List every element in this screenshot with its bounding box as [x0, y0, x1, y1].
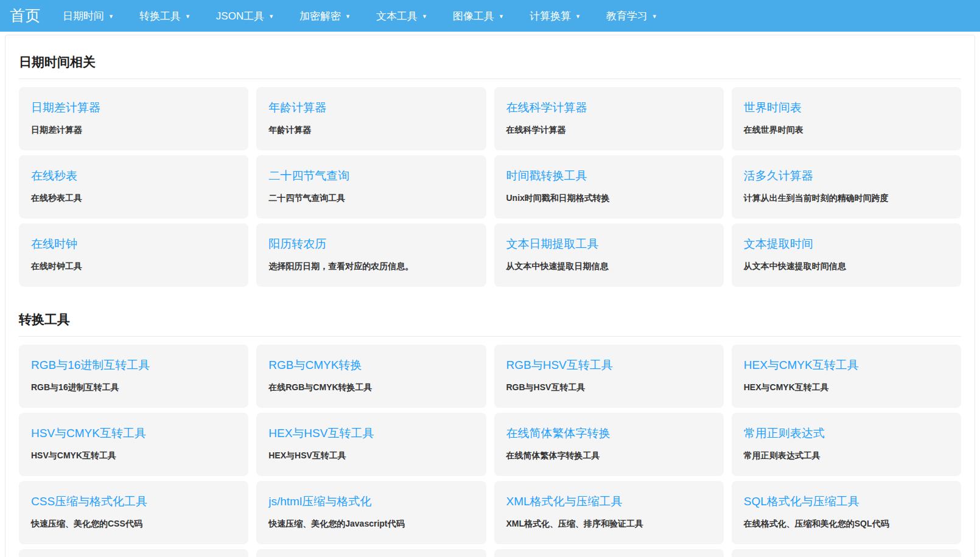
card-grid: 日期差计算器 日期差计算器 年龄计算器 年龄计算器 在线科学计算器 在线科学计算…: [19, 87, 961, 287]
chevron-down-icon: ▼: [499, 13, 504, 19]
tool-card-link[interactable]: 在线简体繁体字转换: [506, 426, 611, 441]
tool-card-link[interactable]: 在线时钟: [31, 236, 77, 252]
tool-card-description: 快速压缩、美化您的CSS代码: [31, 519, 236, 530]
tool-card-link[interactable]: 文本日期提取工具: [506, 236, 599, 252]
chevron-down-icon: ▼: [268, 13, 274, 19]
top-navbar: 首页 日期时间 ▼ 转换工具 ▼ JSON工具 ▼ 加密解密 ▼ 文本工具 ▼ …: [0, 0, 980, 32]
nav-menu-item-1[interactable]: 转换工具 ▼: [127, 9, 203, 23]
tool-card: RGB与16进制互转工具 RGB与16进制互转工具: [19, 345, 248, 408]
tool-card: 活多久计算器 计算从出生到当前时刻的精确时间跨度: [732, 155, 961, 219]
tool-card: CSS压缩与格式化工具 快速压缩、美化您的CSS代码: [19, 481, 248, 544]
nav-menu-item-5[interactable]: 图像工具 ▼: [440, 9, 517, 23]
nav-menu-item-6[interactable]: 计算换算 ▼: [517, 9, 593, 23]
tool-card-description: 常用正则表达式工具: [744, 450, 949, 461]
section-title: 转换工具: [19, 303, 961, 337]
tool-card-description: 在线世界时间表: [744, 125, 949, 136]
tool-card-link[interactable]: 阳历转农历: [268, 236, 326, 252]
tool-card-link[interactable]: 文本提取时间: [744, 236, 813, 252]
tool-card-description: 选择阳历日期，查看对应的农历信息。: [268, 261, 474, 272]
tool-card-link[interactable]: 日期差计算器: [31, 100, 100, 116]
nav-menu-item-label: 文本工具: [376, 9, 418, 23]
nav-menu-item-4[interactable]: 文本工具 ▼: [363, 9, 440, 23]
nav-menu: 日期时间 ▼ 转换工具 ▼ JSON工具 ▼ 加密解密 ▼ 文本工具 ▼ 图像工…: [50, 9, 670, 23]
tool-card: HEX与CMYK互转工具 HEX与CMYK互转工具: [732, 345, 961, 408]
tool-card-link[interactable]: 在线科学计算器: [506, 100, 587, 116]
tool-card: js/html压缩与格式化 快速压缩、美化您的Javascript代码: [256, 481, 486, 544]
tool-card-link[interactable]: RGB与HSV互转工具: [506, 357, 613, 373]
tool-card-link[interactable]: 在线秒表: [31, 168, 77, 184]
nav-menu-item-label: 转换工具: [139, 9, 181, 23]
tool-card: Python代码在线格式化: [19, 549, 248, 557]
tool-card-link[interactable]: 世界时间表: [744, 100, 802, 116]
tool-card-link[interactable]: CSS压缩与格式化工具: [31, 494, 147, 510]
tool-card: 常用正则表达式 常用正则表达式工具: [732, 413, 961, 476]
nav-item-home[interactable]: 首页: [9, 5, 45, 27]
tool-card-link[interactable]: RGB与16进制互转工具: [31, 357, 150, 373]
nav-menu-item-0[interactable]: 日期时间 ▼: [50, 9, 127, 23]
tool-card-description: 在线格式化、压缩和美化您的SQL代码: [744, 519, 949, 530]
tool-card-link[interactable]: 活多久计算器: [744, 168, 813, 184]
tool-card: 在线时钟 在线时钟工具: [19, 223, 248, 287]
tool-card: 在线科学计算器 在线科学计算器: [494, 87, 724, 150]
tool-card-description: HSV与CMYK互转工具: [31, 450, 236, 461]
section-title: 日期时间相关: [19, 45, 961, 79]
tool-card-link[interactable]: HEX与HSV互转工具: [268, 426, 374, 441]
tool-card-link[interactable]: js/html压缩与格式化: [268, 494, 371, 510]
tool-card-description: 在线时钟工具: [31, 261, 236, 272]
tool-card-description: RGB与HSV互转工具: [506, 382, 712, 393]
tool-card-description: 在线秒表工具: [31, 193, 236, 204]
tool-card-link[interactable]: 常用正则表达式: [744, 426, 825, 441]
tool-card: PHP代码在线格式化工具: [494, 549, 724, 557]
tool-card-description: 二十四节气查询工具: [268, 193, 474, 204]
tool-card-link[interactable]: RGB与CMYK转换: [268, 357, 362, 373]
tool-card: 阳历转农历 选择阳历日期，查看对应的农历信息。: [256, 223, 486, 287]
tool-card: C语言在线代码格式化工具: [732, 549, 961, 557]
tool-card-description: HEX与HSV互转工具: [268, 450, 474, 461]
tool-card: 日期差计算器 日期差计算器: [19, 87, 248, 150]
nav-menu-item-3[interactable]: 加密解密 ▼: [287, 9, 363, 23]
tool-card-description: 在线简体繁体字转换工具: [506, 450, 712, 461]
chevron-down-icon: ▼: [108, 13, 114, 19]
nav-menu-item-label: JSON工具: [216, 9, 264, 23]
chevron-down-icon: ▼: [345, 13, 351, 19]
chevron-down-icon: ▼: [575, 13, 581, 19]
tool-card: 时间戳转换工具 Unix时间戳和日期格式转换: [494, 155, 724, 219]
tool-card: 二十四节气查询 二十四节气查询工具: [256, 155, 486, 219]
tool-section: 日期时间相关 日期差计算器 日期差计算器 年龄计算器 年龄计算器 在线科学计算器…: [19, 45, 961, 287]
tool-card-link[interactable]: 二十四节气查询: [268, 168, 349, 184]
tool-card-link[interactable]: 年龄计算器: [268, 100, 326, 116]
tool-card-description: 年龄计算器: [268, 125, 474, 136]
tool-card-link[interactable]: 时间戳转换工具: [506, 168, 587, 184]
tool-card-description: RGB与16进制互转工具: [31, 382, 236, 393]
nav-menu-item-label: 图像工具: [453, 9, 494, 23]
tool-card: 文本日期提取工具 从文本中快速提取日期信息: [494, 223, 724, 287]
nav-menu-item-7[interactable]: 教育学习 ▼: [593, 9, 670, 23]
tool-card: 文本提取时间 从文本中快速提取时间信息: [732, 223, 961, 287]
tool-card-description: 在线RGB与CMYK转换工具: [268, 382, 474, 393]
card-grid: RGB与16进制互转工具 RGB与16进制互转工具 RGB与CMYK转换 在线R…: [19, 345, 961, 557]
tool-card: 在线简体繁体字转换 在线简体繁体字转换工具: [494, 413, 724, 476]
nav-menu-item-2[interactable]: JSON工具 ▼: [203, 9, 287, 23]
tool-section: 转换工具 RGB与16进制互转工具 RGB与16进制互转工具 RGB与CMYK转…: [19, 303, 961, 557]
tool-card: SQL格式化与压缩工具 在线格式化、压缩和美化您的SQL代码: [732, 481, 961, 544]
tool-card-link[interactable]: XML格式化与压缩工具: [506, 494, 623, 510]
nav-menu-item-label: 加密解密: [299, 9, 341, 23]
nav-menu-item-label: 计算换算: [530, 9, 571, 23]
tool-card: XML格式化与压缩工具 XML格式化、压缩、排序和验证工具: [494, 481, 724, 544]
chevron-down-icon: ▼: [185, 13, 191, 19]
tool-card-description: 从文本中快速提取日期信息: [506, 261, 712, 272]
tool-card: 年龄计算器 年龄计算器: [256, 87, 486, 150]
tool-card-description: 快速压缩、美化您的Javascript代码: [268, 519, 474, 530]
tool-card-link[interactable]: SQL格式化与压缩工具: [744, 494, 859, 510]
tool-card: RGB与CMYK转换 在线RGB与CMYK转换工具: [256, 345, 486, 408]
tool-card-description: 计算从出生到当前时刻的精确时间跨度: [744, 193, 949, 204]
tool-card: Java代码在线格式化工具: [256, 549, 486, 557]
nav-menu-item-label: 日期时间: [63, 9, 104, 23]
chevron-down-icon: ▼: [652, 13, 657, 19]
tool-card-description: 在线科学计算器: [506, 125, 712, 136]
tool-card-link[interactable]: HEX与CMYK互转工具: [744, 357, 859, 373]
chevron-down-icon: ▼: [422, 13, 427, 19]
tool-card-link[interactable]: HSV与CMYK互转工具: [31, 426, 146, 441]
tool-card: RGB与HSV互转工具 RGB与HSV互转工具: [494, 345, 724, 408]
tool-card: HEX与HSV互转工具 HEX与HSV互转工具: [256, 413, 486, 476]
